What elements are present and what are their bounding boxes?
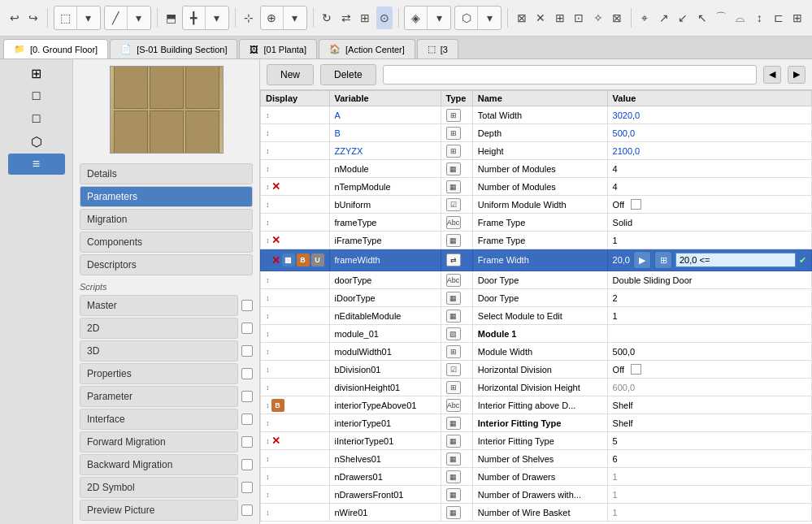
table-row[interactable]: ↕nWire01▦Number of Wire Basket1: [261, 504, 812, 522]
tab-more[interactable]: ⬚ [3: [417, 39, 458, 58]
table-row[interactable]: ↕bUniform☑Uniform Module Width Off: [261, 196, 812, 214]
frame-tool[interactable]: ⊹: [241, 6, 256, 29]
value-checkbox[interactable]: [631, 199, 641, 210]
table-row[interactable]: ↕nShelves01▦Number of Shelves6: [261, 450, 812, 468]
tool-m[interactable]: ↕: [751, 6, 766, 29]
script-interface-checkbox[interactable]: [241, 414, 253, 425]
script-master-checkbox[interactable]: [241, 300, 253, 311]
script-preview-picture-btn[interactable]: Preview Picture: [80, 500, 238, 521]
search-input[interactable]: [383, 65, 757, 84]
table-row[interactable]: ↕B⊞Depth500,0: [261, 124, 812, 142]
script-forward-migration-btn[interactable]: Forward Migration: [80, 431, 238, 453]
tool-a[interactable]: ⊠: [514, 6, 529, 29]
tool-e[interactable]: ✧: [590, 6, 606, 29]
table-row[interactable]: ↕interiorType01▦Interior Fitting TypeShe…: [261, 414, 812, 432]
table-row[interactable]: ↕iDoorType▦Door Type2: [261, 289, 812, 307]
table-row[interactable]: ↕✕nTempModule▦Number of Modules4: [261, 178, 812, 196]
table-row[interactable]: ↕module_01▧Module 1: [261, 325, 812, 343]
script-2d-symbol-checkbox[interactable]: [241, 482, 253, 493]
fill-btn[interactable]: ⬡: [455, 6, 478, 29]
table-row[interactable]: ↕modulWidth01⊞Module Width500,0: [261, 343, 812, 361]
tool-f[interactable]: ⊠: [609, 6, 624, 29]
sidebar-hex-icon[interactable]: ⬡: [8, 131, 65, 152]
delete-button[interactable]: Delete: [320, 64, 376, 85]
table-row[interactable]: ↕✕▦BUframeWidth⇄Frame Width 20,0 ▶ ⊞ ✔: [261, 249, 812, 271]
table-row[interactable]: ↕doorTypeAbcDoor TypeDouble Sliding Door: [261, 271, 812, 289]
tab-planta[interactable]: 🖼 [01 Planta]: [239, 39, 317, 58]
script-3d-btn[interactable]: 3D: [80, 340, 238, 362]
table-row[interactable]: ↕✕iInteriorType01▦Interior Fitting Type5: [261, 432, 812, 450]
table-row[interactable]: ↕nEditableModule▦Select Module to Edit1: [261, 307, 812, 325]
tool-l[interactable]: ⌓: [732, 6, 748, 29]
script-master-btn[interactable]: Master: [80, 295, 238, 316]
x-icon[interactable]: ✕: [271, 435, 280, 447]
script-interface-btn[interactable]: Interface: [80, 409, 238, 430]
tool-j[interactable]: ↖: [694, 6, 710, 29]
nav-parameters[interactable]: Parameters: [80, 186, 253, 207]
tool-i[interactable]: ↙: [675, 6, 690, 29]
table-row[interactable]: ↕bDivision01☑Horizontal Division Off: [261, 361, 812, 379]
draw-tool[interactable]: ╱: [105, 6, 128, 29]
script-parameter-btn[interactable]: Parameter: [80, 386, 238, 407]
script-2d-checkbox[interactable]: [241, 323, 253, 334]
undo-button[interactable]: ↩: [7, 6, 22, 29]
script-parameter-checkbox[interactable]: [241, 391, 253, 402]
nav-migration[interactable]: Migration: [80, 209, 253, 230]
tool-c[interactable]: ⊞: [552, 6, 567, 29]
nav-details[interactable]: Details: [80, 163, 253, 184]
table-row[interactable]: ↕✕iFrameType▦Frame Type1: [261, 232, 812, 249]
new-button[interactable]: New: [267, 64, 314, 85]
shape-btn[interactable]: ╋: [183, 6, 206, 29]
select-tool[interactable]: ⬚: [54, 6, 77, 29]
layer-btn[interactable]: ◈: [405, 6, 428, 29]
expand-btn2[interactable]: ⊞: [654, 251, 672, 269]
script-3d-checkbox[interactable]: [241, 345, 253, 357]
table-row[interactable]: ↕nDrawers01▦Number of Drawers1: [261, 468, 812, 486]
table-row[interactable]: ↕ZZYZX⊞Height2100,0: [261, 142, 812, 160]
script-properties-checkbox[interactable]: [241, 368, 253, 379]
layer-dropdown[interactable]: ▾: [428, 6, 450, 29]
tool-o[interactable]: ⊞: [789, 6, 805, 29]
tab-building-section[interactable]: 📄 [S-01 Building Section]: [110, 39, 237, 58]
view-btn[interactable]: ⊕: [261, 6, 284, 29]
script-2d-btn[interactable]: 2D: [80, 318, 238, 339]
x-icon[interactable]: ✕: [271, 234, 280, 246]
view-dropdown[interactable]: ▾: [284, 6, 306, 29]
inline-btn-b[interactable]: B: [297, 253, 310, 266]
inline-btn-u[interactable]: U: [311, 253, 324, 266]
inline-btn-b[interactable]: B: [271, 399, 284, 412]
sidebar-grid-icon[interactable]: ⊞: [8, 63, 65, 84]
x-icon[interactable]: ✕: [271, 180, 280, 193]
table-row[interactable]: ↕nDrawersFront01▦Number of Drawers with.…: [261, 486, 812, 504]
nav-components[interactable]: Components: [80, 232, 253, 253]
table-row[interactable]: ↕A⊞Total Width3020,0: [261, 106, 812, 124]
prev-arrow[interactable]: ◀: [763, 66, 781, 84]
script-properties-btn[interactable]: Properties: [80, 363, 238, 384]
table-row[interactable]: ↕divisionHeight01⊞Horizontal Division He…: [261, 379, 812, 396]
tab-ground-floor[interactable]: 📁 [0. Ground Floor]: [3, 39, 108, 58]
tool-k[interactable]: ⌒: [713, 6, 728, 29]
select-dropdown[interactable]: ▾: [77, 6, 100, 29]
draw-dropdown[interactable]: ▾: [128, 6, 150, 29]
value-checkbox[interactable]: [631, 364, 641, 375]
x-icon[interactable]: ✕: [271, 254, 280, 266]
rotate-tool[interactable]: ↻: [319, 6, 335, 29]
sidebar-box2-icon[interactable]: □: [8, 108, 65, 129]
scale-tool[interactable]: ⊞: [358, 6, 373, 29]
fill-dropdown[interactable]: ▾: [478, 6, 501, 29]
script-forward-migration-checkbox[interactable]: [241, 436, 253, 448]
script-backward-migration-btn[interactable]: Backward Migration: [80, 454, 238, 475]
tool-b[interactable]: ✕: [532, 6, 548, 29]
mirror-tool[interactable]: ⇄: [338, 6, 354, 29]
table-row[interactable]: ↕nModule▦Number of Modules4: [261, 160, 812, 178]
nav-descriptors[interactable]: Descriptors: [80, 254, 253, 275]
sidebar-box-icon[interactable]: □: [8, 85, 65, 106]
sidebar-list-icon[interactable]: ≡: [8, 154, 65, 175]
inline-btn-grid[interactable]: ▦: [282, 253, 295, 266]
params-tool[interactable]: ⊙: [376, 6, 392, 29]
script-2d-symbol-btn[interactable]: 2D Symbol: [80, 477, 238, 498]
shape-dropdown[interactable]: ▾: [206, 6, 228, 29]
tool-g[interactable]: ⌖: [636, 6, 652, 29]
script-backward-migration-checkbox[interactable]: [241, 459, 253, 470]
next-arrow[interactable]: ▶: [788, 66, 805, 84]
